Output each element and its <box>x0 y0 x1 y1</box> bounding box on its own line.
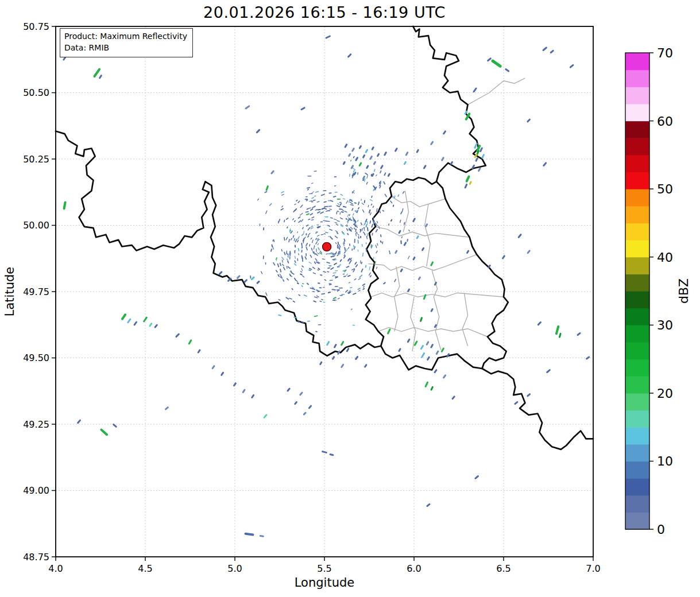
district-borders <box>368 78 525 351</box>
radar-site-marker <box>323 242 331 251</box>
y-axis-label: Latitude <box>3 267 17 316</box>
colorbar-label: dBZ <box>676 278 691 304</box>
y-axis-ticks <box>52 26 56 557</box>
svg-text:0: 0 <box>657 522 665 537</box>
svg-text:50.50: 50.50 <box>23 87 49 98</box>
svg-text:50.00: 50.00 <box>23 220 49 231</box>
svg-text:20: 20 <box>657 386 673 401</box>
data-source-line: Data: RMIB <box>64 42 187 53</box>
colorbar: 010203040506070dBZ <box>625 46 691 537</box>
svg-text:48.75: 48.75 <box>23 552 49 563</box>
svg-text:49.25: 49.25 <box>23 419 49 430</box>
svg-text:50.25: 50.25 <box>23 154 49 165</box>
svg-text:40: 40 <box>657 250 673 265</box>
product-annotation-box: Product: Maximum Reflectivity Data: RMIB <box>60 28 193 57</box>
colorbar-ticks <box>649 53 653 529</box>
svg-text:5.0: 5.0 <box>227 563 242 574</box>
svg-text:6.5: 6.5 <box>496 563 511 574</box>
x-tick-labels: 4.04.55.05.56.06.57.0 <box>48 563 600 574</box>
svg-text:49.75: 49.75 <box>23 286 49 297</box>
svg-text:50: 50 <box>657 182 673 196</box>
gridlines <box>56 26 593 557</box>
x-axis-label: Longitude <box>295 576 354 590</box>
svg-text:10: 10 <box>657 454 673 468</box>
product-line: Product: Maximum Reflectivity <box>64 30 187 42</box>
svg-text:6.0: 6.0 <box>407 563 421 574</box>
svg-text:30: 30 <box>657 318 673 332</box>
x-axis-ticks <box>56 557 593 561</box>
colorbar-tick-labels: 010203040506070 <box>657 46 673 537</box>
svg-text:49.00: 49.00 <box>23 485 49 496</box>
reflectivity-echoes <box>64 36 589 536</box>
svg-text:49.50: 49.50 <box>23 352 49 363</box>
svg-text:7.0: 7.0 <box>586 563 600 574</box>
svg-text:70: 70 <box>657 46 673 60</box>
radar-map-canvas: 4.04.55.05.56.06.57.048.7549.0049.2549.5… <box>0 0 700 597</box>
svg-text:4.0: 4.0 <box>48 563 63 574</box>
svg-text:50.75: 50.75 <box>23 21 49 32</box>
svg-text:5.5: 5.5 <box>317 563 331 574</box>
y-tick-labels: 48.7549.0049.2549.5049.7550.0050.2550.50… <box>23 21 49 563</box>
svg-text:4.5: 4.5 <box>138 563 152 574</box>
svg-text:60: 60 <box>657 114 673 129</box>
